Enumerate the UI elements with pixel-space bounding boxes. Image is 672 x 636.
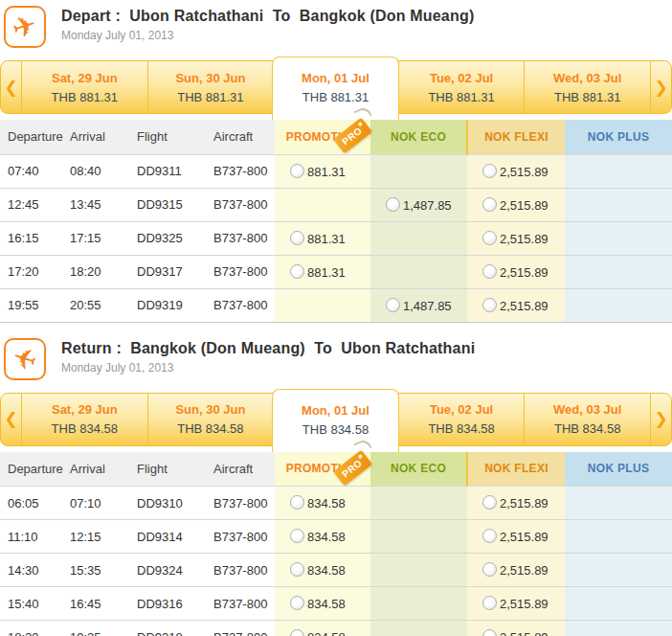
- fare-price: 834.58: [307, 563, 346, 578]
- tab-price-label: THB 881.31: [177, 90, 243, 104]
- tab-day-label: Sun, 30 Jun: [175, 402, 245, 417]
- column-header-label: NOK PLUS: [588, 130, 649, 144]
- pro-tag-icon: PRO: [333, 449, 372, 486]
- tab-day-label: Tue, 02 Jul: [430, 71, 493, 85]
- fare-price: 834.58: [307, 530, 346, 544]
- fare-price: 834.58: [307, 597, 346, 611]
- flight-flight: DD9325: [129, 221, 206, 255]
- fare-cell-flexi: 2,515.89: [467, 188, 565, 221]
- fare-price: 2,515.89: [500, 496, 549, 511]
- tab-day-label: Mon, 01 Jul: [302, 403, 370, 418]
- date-tab[interactable]: Sun, 30 JunTHB 881.31: [147, 61, 274, 113]
- fare-cell-eco: [370, 255, 467, 288]
- fare-cell-plus: [565, 621, 672, 636]
- return-section: ✈ Return : Bangkok (Don Mueang) To Ubon …: [0, 336, 672, 636]
- fare-table-head-row: DepartureArrivalFlightAircraftPROMOTIONP…: [0, 452, 672, 487]
- tab-price-label: THB 881.31: [554, 90, 620, 104]
- fare-cell-promotion: 834.58: [275, 621, 370, 636]
- column-header-label: NOK FLEXI: [484, 462, 549, 475]
- fare-radio[interactable]: [482, 264, 497, 279]
- fare-cell-promotion: 881.31: [275, 154, 370, 188]
- fare-radio[interactable]: [290, 629, 304, 636]
- fare-cell-plus: [565, 520, 672, 554]
- fare-radio[interactable]: [386, 298, 400, 312]
- column-header-plus: NOK PLUS: [565, 452, 672, 487]
- flight-aircraft: B737-800: [206, 288, 275, 322]
- fare-cell-promotion: [275, 188, 370, 221]
- flight-flight: DD9319: [129, 288, 206, 322]
- depart-section: ✈ Depart : Ubon Ratchathani To Bangkok (…: [0, 4, 672, 323]
- flight-row: 18:2019:25DD9318B737-800834.582,515.89: [0, 621, 672, 636]
- date-tab[interactable]: Sun, 30 JunTHB 834.58: [147, 394, 274, 445]
- next-days-button[interactable]: ❯: [650, 61, 671, 113]
- date-tabs: Sat, 29 JunTHB 881.31Sun, 30 JunTHB 881.…: [21, 61, 650, 113]
- fare-cell-eco: [370, 221, 467, 255]
- pro-tag-icon: PRO: [333, 118, 372, 154]
- fare-cell-plus: [565, 221, 672, 255]
- date-tab[interactable]: Sat, 29 JunTHB 834.58: [21, 394, 147, 445]
- fare-cell-promotion: 834.58: [275, 587, 370, 621]
- fare-price: 881.31: [307, 232, 346, 246]
- fare-radio[interactable]: [482, 529, 497, 543]
- flight-flight: DD9310: [129, 487, 206, 520]
- chevron-right-icon: ❯: [654, 411, 667, 427]
- fare-radio[interactable]: [290, 231, 304, 245]
- tab-price-label: THB 834.58: [52, 421, 118, 436]
- fare-cell-flexi: 2,515.89: [467, 255, 565, 288]
- fare-table-head-row: DepartureArrivalFlightAircraftPROMOTIONP…: [0, 120, 672, 154]
- flight-aircraft: B737-800: [206, 587, 275, 621]
- section-header: ✈ Return : Bangkok (Don Mueang) To Ubon …: [0, 336, 672, 380]
- flight-aircraft: B737-800: [206, 154, 275, 188]
- fare-price: 2,515.89: [500, 630, 549, 636]
- prev-days-button[interactable]: ❮: [1, 394, 21, 445]
- fare-radio[interactable]: [290, 596, 304, 610]
- date-tab[interactable]: Sat, 29 JunTHB 881.31: [21, 61, 147, 113]
- date-tab[interactable]: Wed, 03 JulTHB 834.58: [524, 394, 650, 445]
- fare-radio[interactable]: [482, 231, 497, 245]
- fare-radio[interactable]: [482, 197, 497, 212]
- flight-arrival: 18:20: [62, 255, 129, 288]
- tab-day-label: Sat, 29 Jun: [52, 71, 118, 85]
- flight-departure: 07:40: [0, 154, 62, 188]
- fare-radio[interactable]: [482, 562, 497, 577]
- fare-radio[interactable]: [290, 495, 304, 510]
- fare-cell-plus: [565, 487, 672, 520]
- fare-radio[interactable]: [290, 529, 304, 543]
- fare-price: 881.31: [307, 265, 346, 280]
- fare-radio[interactable]: [290, 264, 304, 279]
- date-tab[interactable]: Mon, 01 JulTHB 834.58: [272, 389, 399, 452]
- fare-radio[interactable]: [482, 495, 497, 510]
- date-tab[interactable]: Mon, 01 JulTHB 881.31: [272, 57, 399, 120]
- flight-arrival: 17:15: [62, 221, 129, 255]
- fare-radio[interactable]: [290, 164, 304, 178]
- flight-row: 12:4513:45DD9315B737-8001,487.852,515.89: [0, 188, 672, 221]
- fare-price: 1,487.85: [403, 198, 452, 213]
- fare-radio[interactable]: [482, 298, 497, 312]
- flight-aircraft: B737-800: [206, 554, 275, 587]
- flight-row: 07:4008:40DD9311B737-800881.312,515.89: [0, 154, 672, 188]
- fare-cell-plus: [565, 154, 672, 188]
- fare-cell-eco: [370, 520, 467, 554]
- fare-radio[interactable]: [482, 164, 497, 178]
- plane-glyph: ✈: [9, 341, 40, 375]
- fare-radio[interactable]: [482, 596, 497, 610]
- date-tab[interactable]: Wed, 03 JulTHB 881.31: [524, 61, 650, 113]
- tab-price-label: THB 834.58: [428, 421, 494, 436]
- date-tab[interactable]: Tue, 02 JulTHB 881.31: [398, 61, 525, 113]
- column-header: Aircraft: [206, 120, 275, 154]
- plane-icon: ✈: [4, 6, 46, 48]
- next-days-button[interactable]: ❯: [650, 394, 671, 445]
- fare-cell-flexi: 2,515.89: [467, 587, 565, 621]
- date-tab-strip: ❮ Sat, 29 JunTHB 834.58Sun, 30 JunTHB 83…: [0, 393, 672, 446]
- flight-arrival: 08:40: [62, 154, 129, 188]
- fare-radio[interactable]: [386, 197, 400, 212]
- prev-days-button[interactable]: ❮: [1, 61, 21, 113]
- fare-table-body: 07:4008:40DD9311B737-800881.312,515.8912…: [0, 154, 672, 322]
- fare-radio[interactable]: [290, 562, 304, 577]
- fare-radio[interactable]: [482, 629, 497, 636]
- fare-cell-flexi: 2,515.89: [467, 554, 565, 587]
- flight-aircraft: B737-800: [206, 621, 275, 636]
- date-tab[interactable]: Tue, 02 JulTHB 834.58: [398, 394, 525, 445]
- column-header-promotion: PROMOTIONPRO: [275, 120, 370, 154]
- flight-row: 06:0507:10DD9310B737-800834.582,515.89: [0, 487, 672, 520]
